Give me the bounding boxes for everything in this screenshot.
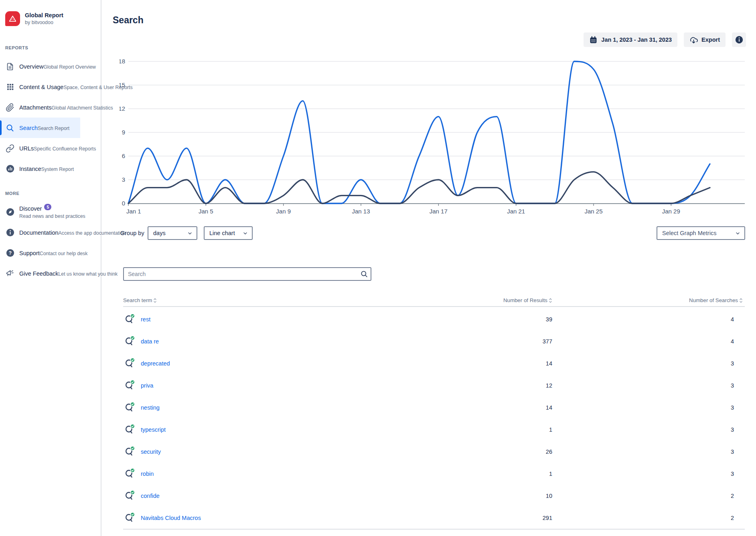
- chart-type-select[interactable]: Line chart: [204, 226, 253, 240]
- sidebar-item-label: Content & Usage: [19, 84, 63, 90]
- date-range-button[interactable]: Jan 1, 2023 - Jan 31, 2023: [584, 32, 677, 47]
- sidebar-item-subtitle: Let us know what you think: [59, 271, 118, 277]
- sidebar-item-subtitle: Read news and best practices: [19, 213, 85, 219]
- sidebar-item-text: Discover5Read news and best practices: [19, 205, 80, 219]
- search-term-link[interactable]: confide: [141, 493, 160, 499]
- search-term-link[interactable]: nesting: [141, 404, 160, 411]
- x-tick-label: Jan 9: [276, 208, 291, 215]
- sidebar-item-label: Search: [19, 125, 38, 131]
- export-label: Export: [701, 37, 720, 43]
- search-term-link[interactable]: priva: [141, 382, 153, 389]
- table-row: rest394: [123, 308, 745, 330]
- search-input[interactable]: [123, 267, 371, 281]
- chart-canvas: 0369121518Jan 1Jan 5Jan 9Jan 13Jan 17Jan…: [120, 56, 746, 221]
- number-of-searches-value: 4: [731, 316, 734, 323]
- search-check-icon: [124, 490, 136, 501]
- sidebar-item-subtitle: Global Report Overview: [43, 64, 96, 70]
- sidebar-item-overview[interactable]: OverviewGlobal Report Overview: [0, 56, 80, 77]
- number-of-results-value: 1: [549, 471, 552, 477]
- column-header-number-of-searches[interactable]: Number of Searches: [689, 297, 743, 303]
- search-check-icon: [124, 512, 136, 523]
- sidebar-section-label: MORE: [0, 191, 101, 202]
- question-circle-icon: ?: [5, 248, 15, 258]
- link-icon: [5, 144, 15, 153]
- app-name: Global Report: [25, 12, 63, 19]
- table-row: confide102: [123, 485, 745, 507]
- column-header-number-of-results[interactable]: Number of Results: [503, 297, 552, 303]
- search-term-link[interactable]: rest: [141, 316, 150, 323]
- info-circle-icon: [5, 228, 15, 238]
- magnifier-icon[interactable]: [360, 270, 368, 278]
- table-bottom-divider: [123, 529, 745, 530]
- search-term-link[interactable]: security: [141, 449, 161, 455]
- search-term-link[interactable]: data re: [141, 338, 159, 345]
- search-line-chart: 0369121518Jan 1Jan 5Jan 9Jan 13Jan 17Jan…: [120, 56, 746, 221]
- sidebar-item-text: SupportContact our help desk: [19, 250, 80, 257]
- x-tick-label: Jan 17: [430, 208, 448, 215]
- sidebar-item-urls[interactable]: URLsSpecific Confluence Reports: [0, 138, 80, 158]
- x-tick-label: Jan 13: [352, 208, 370, 215]
- search-term-link[interactable]: robin: [141, 471, 154, 477]
- number-of-searches-value: 3: [731, 404, 734, 411]
- column-header-search-term[interactable]: Search term: [123, 297, 157, 303]
- document-icon: [5, 62, 15, 71]
- table-row: priva123: [123, 374, 745, 396]
- number-of-searches-value: 2: [731, 515, 734, 521]
- sidebar-item-content-usage[interactable]: Content & UsageSpace, Content & User Rep…: [0, 77, 80, 97]
- graph-metrics-select[interactable]: Select Graph Metrics: [657, 226, 745, 240]
- sidebar-item-subtitle: Specific Confluence Reports: [34, 146, 96, 152]
- x-tick-label: Jan 1: [126, 208, 141, 215]
- search-term-link[interactable]: typescript: [141, 426, 166, 433]
- sidebar-item-text: SearchSearch Report: [19, 124, 69, 132]
- sidebar-section-more: MOREDiscover5Read news and best practice…: [0, 191, 101, 284]
- table-row: nesting143: [123, 396, 745, 418]
- sidebar-item-label: URLs: [19, 145, 34, 152]
- svg-text:?: ?: [8, 250, 11, 256]
- info-button[interactable]: [732, 32, 746, 47]
- date-range-label: Jan 1, 2023 - Jan 31, 2023: [601, 37, 672, 43]
- info-icon: [735, 35, 744, 44]
- search-term-link[interactable]: Navitabs Cloud Macros: [141, 515, 201, 521]
- sort-arrows-icon: [549, 298, 552, 303]
- search-check-icon: [124, 357, 136, 369]
- column-header-label: Number of Results: [503, 297, 547, 303]
- y-tick-label: 18: [120, 58, 125, 65]
- sidebar-item-text: URLsSpecific Confluence Reports: [19, 145, 80, 152]
- sidebar-item-documentation[interactable]: DocumentationAccess the app documentatio…: [0, 222, 80, 243]
- sidebar-item-text: Content & UsageSpace, Content & User Rep…: [19, 83, 80, 91]
- compass-circle-icon: [5, 207, 15, 217]
- number-of-results-value: 39: [546, 316, 552, 323]
- number-of-searches-value: 3: [731, 471, 734, 477]
- number-of-results-value: 26: [546, 449, 552, 455]
- table-row: robin13: [123, 463, 745, 485]
- y-tick-label: 3: [122, 176, 125, 183]
- number-of-searches-value: 3: [731, 449, 734, 455]
- sidebar-item-label: Overview: [19, 63, 43, 70]
- group-by-select[interactable]: days: [148, 226, 197, 240]
- sidebar-item-label: Documentation: [19, 229, 59, 236]
- number-of-results-value: 377: [543, 338, 552, 345]
- sidebar-item-text: OverviewGlobal Report Overview: [19, 63, 80, 70]
- search-check-icon: [124, 402, 136, 413]
- search-check-icon: [124, 468, 136, 479]
- search-term-link[interactable]: deprecated: [141, 360, 170, 367]
- sidebar-item-subtitle: Global Attachment Statistics: [52, 105, 113, 111]
- sidebar-item-give-feedback[interactable]: Give FeedbackLet us know what you think: [0, 263, 80, 284]
- sidebar-item-attachments[interactable]: AttachmentsGlobal Attachment Statistics: [0, 97, 80, 118]
- chevron-down-icon: [187, 230, 193, 236]
- y-tick-label: 6: [122, 152, 125, 159]
- number-of-searches-value: 3: [731, 360, 734, 367]
- sidebar-item-search[interactable]: SearchSearch Report: [0, 118, 80, 138]
- number-of-searches-value: 4: [731, 338, 734, 345]
- sidebar-item-subtitle: Contact our help desk: [40, 251, 88, 256]
- app-identity: Global Report by bitvoodoo: [25, 12, 63, 25]
- sort-arrows-icon: [153, 298, 157, 303]
- sidebar-item-instance[interactable]: InstanceSystem Report: [0, 158, 80, 179]
- discover-badge: 5: [44, 204, 51, 210]
- search-check-icon: [124, 424, 136, 435]
- number-of-results-value: 291: [543, 515, 552, 521]
- sidebar-item-discover[interactable]: Discover5Read news and best practices: [0, 202, 80, 222]
- sidebar-item-support[interactable]: ?SupportContact our help desk: [0, 243, 80, 263]
- export-button[interactable]: Export: [684, 32, 726, 47]
- number-of-searches-value: 3: [731, 426, 734, 433]
